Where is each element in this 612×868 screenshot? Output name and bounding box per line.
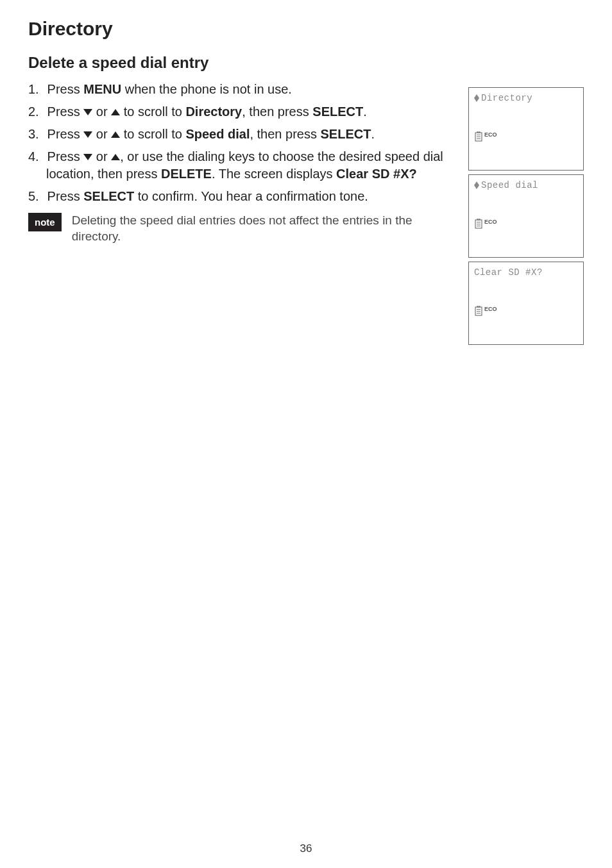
step-item: 1. Press MENU when the phone is not in u…	[28, 81, 477, 98]
step-number: 5.	[28, 188, 44, 205]
section-subtitle: Delete a speed dial entry	[28, 54, 584, 72]
note-badge: note	[28, 213, 62, 231]
battery-icon	[474, 131, 483, 142]
arrow-down-icon	[83, 108, 92, 117]
bold-text: SELECT	[83, 189, 134, 203]
step-number: 2.	[28, 103, 44, 121]
bold-text: DELETE	[161, 167, 212, 181]
arrow-down-icon	[83, 153, 92, 162]
svg-marker-14	[474, 185, 479, 189]
eco-indicator: ECO	[474, 131, 497, 142]
step-item: 3. Press or to scroll to Speed dial, the…	[28, 126, 477, 143]
step-item: 4. Press or , or use the dialing keys to…	[28, 148, 477, 183]
bold-text: SELECT	[321, 127, 371, 141]
svg-marker-7	[474, 98, 479, 102]
step-number: 4.	[28, 148, 44, 165]
step-number: 3.	[28, 126, 44, 143]
step-item: 2. Press or to scroll to Directory, then…	[28, 103, 477, 121]
updown-arrow-icon	[474, 181, 479, 189]
page-number: 36	[0, 842, 612, 855]
lcd-screen: Clear SD #X?ECO	[468, 262, 584, 345]
bold-text: MENU	[83, 82, 121, 96]
lcd-line1: Clear SD #X?	[474, 267, 578, 278]
bold-text: SELECT	[312, 104, 363, 119]
svg-marker-1	[111, 109, 120, 115]
arrow-down-icon	[83, 130, 92, 139]
eco-label: ECO	[484, 219, 497, 225]
svg-marker-4	[83, 154, 92, 160]
step-item: 5. Press SELECT to confirm. You hear a c…	[28, 188, 477, 205]
updown-arrow-icon	[474, 94, 479, 102]
svg-marker-3	[111, 131, 120, 138]
lcd-text: Speed dial	[481, 180, 538, 190]
eco-indicator: ECO	[474, 306, 497, 316]
lcd-line1: Speed dial	[474, 180, 578, 190]
lcd-text: Directory	[481, 93, 532, 103]
lcd-screen: Speed dialECO	[468, 174, 584, 258]
eco-label: ECO	[484, 306, 497, 312]
eco-indicator: ECO	[474, 219, 497, 229]
lcd-line1: Directory	[474, 93, 578, 103]
lcd-screen: DirectoryECO	[468, 87, 584, 171]
svg-marker-0	[83, 109, 92, 115]
battery-icon	[474, 306, 483, 316]
bold-text: Clear SD #X?	[336, 167, 417, 181]
svg-marker-5	[111, 154, 120, 160]
page-title: Directory	[28, 18, 584, 40]
step-number: 1.	[28, 81, 44, 98]
battery-icon	[474, 219, 483, 229]
arrow-up-icon	[111, 108, 120, 117]
arrow-up-icon	[111, 153, 120, 162]
bold-text: Directory	[185, 104, 242, 119]
note-text: Deleting the speed dial entries does not…	[72, 213, 457, 244]
lcd-text: Clear SD #X?	[474, 267, 543, 278]
arrow-up-icon	[111, 130, 120, 139]
eco-label: ECO	[484, 131, 497, 138]
bold-text: Speed dial	[185, 127, 250, 141]
lcd-screens: DirectoryECOSpeed dialECOClear SD #X?ECO	[468, 87, 584, 349]
svg-marker-2	[83, 131, 92, 138]
